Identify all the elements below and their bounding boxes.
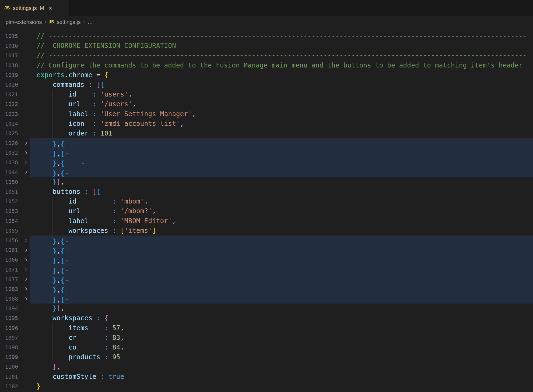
code-token: , bbox=[144, 198, 148, 205]
line-number: 1102 bbox=[0, 382, 30, 391]
code-token bbox=[116, 217, 120, 225]
git-modified-badge: M bbox=[40, 5, 44, 11]
code-token bbox=[37, 257, 52, 265]
code-token: : bbox=[104, 344, 108, 351]
code-token bbox=[80, 207, 112, 215]
line-number: 1022 bbox=[0, 99, 30, 109]
fold-chevron-icon[interactable] bbox=[23, 257, 29, 262]
fold-chevron-icon[interactable] bbox=[23, 140, 29, 146]
fold-chevron-icon[interactable] bbox=[23, 170, 29, 175]
code-token bbox=[37, 334, 68, 341]
code-text: id : 'mbom', bbox=[30, 197, 533, 206]
code-line: 1088 },{… bbox=[0, 294, 533, 304]
folded-code-ellipsis[interactable]: … bbox=[66, 287, 69, 291]
folded-code-ellipsis[interactable]: … bbox=[66, 170, 69, 175]
code-token: customStyle bbox=[52, 373, 96, 380]
code-token bbox=[76, 334, 104, 341]
fold-chevron-icon[interactable] bbox=[23, 247, 29, 253]
code-token: : bbox=[92, 120, 96, 127]
line-number: 1024 bbox=[0, 119, 30, 129]
fold-chevron-icon[interactable] bbox=[23, 160, 29, 165]
code-token: : bbox=[100, 373, 104, 380]
code-text: },{… bbox=[30, 168, 533, 177]
breadcrumb-symbol[interactable]: … bbox=[87, 19, 93, 25]
folded-code-ellipsis[interactable]: … bbox=[66, 150, 69, 155]
chevron-right-icon: › bbox=[83, 19, 85, 25]
code-token: workspaces bbox=[52, 314, 92, 322]
code-token bbox=[96, 373, 100, 380]
code-token bbox=[37, 344, 68, 351]
code-token bbox=[85, 120, 93, 127]
code-text: },{… bbox=[30, 294, 533, 304]
tab-settings-js[interactable]: JS settings.js M ✕ bbox=[0, 0, 69, 16]
line-number: 1071 bbox=[0, 265, 30, 275]
folded-code-ellipsis[interactable]: … bbox=[66, 238, 69, 243]
breadcrumb-folder[interactable]: plm-extensions bbox=[6, 19, 42, 25]
code-line: 1101 customStyle : true bbox=[0, 372, 533, 382]
code-line: 1066 },{… bbox=[0, 255, 533, 265]
code-token bbox=[37, 188, 52, 195]
code-token bbox=[37, 227, 68, 234]
code-line: 1022 url : '/users', bbox=[0, 99, 533, 109]
line-number: 1038 bbox=[0, 158, 30, 167]
code-text: },{… bbox=[30, 148, 533, 158]
close-icon[interactable]: ✕ bbox=[48, 5, 53, 11]
code-token bbox=[37, 267, 52, 275]
code-editor[interactable]: 1015// ---------------------------------… bbox=[0, 28, 533, 391]
code-text: buttons : [{ bbox=[30, 187, 533, 197]
code-token: // -------------------------------------… bbox=[37, 52, 527, 59]
code-token: , bbox=[192, 110, 196, 118]
code-token: , bbox=[57, 238, 61, 245]
code-token: } bbox=[52, 178, 57, 186]
code-token bbox=[96, 110, 100, 118]
code-token: url bbox=[68, 207, 80, 215]
code-token bbox=[85, 81, 89, 88]
code-token: buttons bbox=[52, 188, 80, 195]
folded-code-ellipsis[interactable]: … bbox=[66, 267, 69, 272]
code-token bbox=[37, 353, 68, 361]
code-token: } bbox=[52, 160, 57, 167]
fold-chevron-icon[interactable] bbox=[23, 296, 29, 301]
code-token: commands bbox=[52, 81, 84, 88]
code-line: 1021 id : 'users', bbox=[0, 90, 533, 99]
breadcrumb-file[interactable]: settings.js bbox=[57, 19, 81, 25]
code-line: 1020 commands : [{ bbox=[0, 80, 533, 90]
line-number: 1023 bbox=[0, 109, 30, 119]
folded-code-ellipsis[interactable]: … bbox=[66, 248, 69, 252]
code-token: chrome bbox=[68, 71, 92, 79]
code-token: 57 bbox=[112, 324, 120, 332]
fold-chevron-icon[interactable] bbox=[23, 267, 29, 272]
code-token bbox=[37, 277, 52, 284]
code-token: } bbox=[52, 286, 57, 294]
line-number: 1077 bbox=[0, 275, 30, 284]
code-token: : bbox=[96, 314, 100, 322]
code-line: 1025 order : 101 bbox=[0, 129, 533, 138]
folded-code-ellipsis[interactable]: … bbox=[66, 296, 69, 301]
code-token bbox=[76, 344, 104, 351]
folded-code-ellipsis[interactable]: … bbox=[66, 277, 69, 282]
fold-chevron-icon[interactable] bbox=[23, 286, 29, 292]
code-token bbox=[65, 160, 80, 167]
fold-chevron-icon[interactable] bbox=[23, 277, 29, 282]
code-token: } bbox=[52, 140, 57, 148]
code-token bbox=[108, 353, 112, 361]
fold-chevron-icon[interactable] bbox=[23, 238, 29, 243]
line-number: 1016 bbox=[0, 41, 30, 51]
code-token: : bbox=[112, 198, 116, 205]
code-line: 1097 cr : 83, bbox=[0, 333, 533, 343]
code-token bbox=[104, 373, 108, 380]
line-number: 1051 bbox=[0, 187, 30, 197]
line-number: 1050 bbox=[0, 177, 30, 187]
line-number: 1020 bbox=[0, 80, 30, 90]
line-number: 1017 bbox=[0, 51, 30, 60]
code-token: 101 bbox=[100, 130, 112, 137]
folded-code-ellipsis[interactable]: … bbox=[66, 257, 69, 262]
folded-code-ellipsis[interactable]: … bbox=[66, 141, 69, 145]
code-token bbox=[37, 130, 68, 137]
code-token: cr bbox=[68, 334, 76, 341]
code-token bbox=[37, 110, 68, 118]
fold-chevron-icon[interactable] bbox=[23, 150, 29, 155]
code-token: , bbox=[57, 277, 61, 284]
code-text: }], bbox=[30, 177, 533, 187]
folded-code-ellipsis[interactable]: … bbox=[82, 160, 85, 165]
